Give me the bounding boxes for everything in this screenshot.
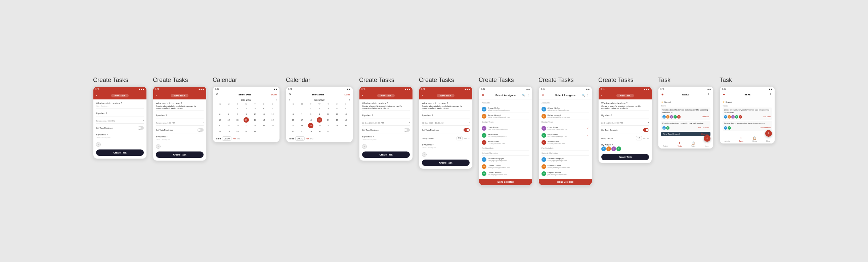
menu-icon-a2[interactable]: ⋮ [587,94,589,97]
assignee-floyd-a1[interactable]: F Floyd Miles fm.printing@example.com [482,132,529,139]
add-avatar-4[interactable]: + [422,152,427,157]
next-month-1[interactable]: › [276,99,277,101]
done-btn-a2[interactable]: Done Selected [539,179,592,185]
reminder-toggle-1[interactable] [138,126,144,130]
cal-done-1[interactable]: Done [271,93,277,96]
close-btn-a2[interactable]: ✕ [541,94,544,97]
cal-done-2[interactable]: Done [344,93,350,96]
task-input-1[interactable]: Start Typing... [96,105,144,109]
menu-t2[interactable]: ⋮ [769,93,772,96]
assignee-albert-a2[interactable]: A Albert Flores f38.alb@albalores.com [541,139,589,146]
due-row-5[interactable]: 22 Dec 2020 , 10:30 AM › [601,120,649,126]
new-task-btn-4[interactable]: New Task [437,94,455,97]
due-row-1[interactable]: Tommorow , 6:30 PM › [96,118,144,124]
reminder-toggle-2[interactable] [197,128,204,132]
time-value-1[interactable]: 06:30 [222,136,231,141]
assignee-dianne-a2[interactable]: D Dianne Russell McNay.dAnne@example.com [541,163,589,170]
add-avatar-1[interactable]: + [96,142,101,147]
create-btn-3[interactable]: Create Task [362,152,410,158]
see-more-2-t2[interactable]: See Feedback [760,127,771,129]
time-value-2[interactable]: 10:30 [295,136,305,141]
task-input-4[interactable]: Create a beautiful physical christmas ca… [422,105,470,111]
assignee-input-4[interactable]: Select Assignee [422,146,470,150]
back-btn-2[interactable]: ‹ [156,94,157,97]
assignee-savannah-a1[interactable]: S Savannah Nguyen savvynguy@example.com [482,156,529,163]
prev-month-1[interactable]: ‹ [216,99,216,101]
reminder-toggle-5[interactable] [643,128,649,132]
due-row-4[interactable]: 22 Dec 2020 , 10:30 AM › [422,120,470,126]
assignee-input-3[interactable]: Select Assignee [362,138,410,142]
see-more-1-t1[interactable]: See More [702,116,709,118]
time-pm-2[interactable]: PM [310,138,313,140]
create-btn-4[interactable]: Create Task [422,160,470,166]
assignee-cody-a2[interactable]: C Cody Fisher cody.fisher@example.com ✓ [541,125,589,132]
cal-close-2[interactable]: ✕ [289,93,291,96]
fab-t2[interactable]: + [765,130,772,137]
menu-icon-a1[interactable]: ⋮ [527,94,529,97]
notify-value-4[interactable]: 15 [457,136,463,140]
back-btn-4[interactable]: ‹ [422,94,423,97]
assignee-input-2[interactable]: Select Assignee [156,138,204,142]
due-row-3[interactable]: 22 Dec 2020 , 10:30 AM › [362,120,410,126]
gallery: Create Tasks 9:41 ▲▲▲ ‹ New Task What ne… [93,76,775,186]
time-pm-1[interactable]: PM [237,138,240,140]
back-btn-1[interactable]: ‹ [96,94,97,97]
assignee-input-1[interactable]: Select Assignee [96,136,144,140]
task-input-5[interactable]: Create a beautiful physical christmas ca… [601,105,649,111]
assignee-albert-a1[interactable]: A Albert Flores f38.alb@albalores.com [482,139,529,146]
icons-4: ▲▲▲ [464,88,470,90]
task-footer-1-t2: A E C F R See More [724,114,771,119]
cal-close-1[interactable]: ✕ [216,93,218,96]
time-am-2[interactable]: AM [306,138,309,140]
close-btn-a1[interactable]: ✕ [482,94,484,97]
tab-notes-t2[interactable]: 📋 Notes [752,136,757,142]
task-input-3[interactable]: Create a beautiful physical christmas ca… [362,105,410,111]
done-btn-a1[interactable]: Done Selected [479,179,532,185]
new-task-btn-5[interactable]: New Task [616,94,634,97]
assignee-esther-a1[interactable]: E Esther Howard esther.howard@example.co… [482,113,529,120]
see-more-2-t1[interactable]: See Feedback [699,127,709,129]
task-input-2[interactable]: Create a beautiful physical christmas ca… [156,105,204,111]
assignee-arlene-a2[interactable]: A Arlene McCoy arlene.mccoy@example.com [541,106,589,113]
next-month-2[interactable]: › [349,99,350,101]
tab-more-t2[interactable]: ⋮ More [766,136,770,142]
info-savannah-a1: Savannah Nguyen savvynguy@example.com [488,158,529,162]
search-icon-a2[interactable]: 🔍 [582,94,585,97]
tab-tasks-t2[interactable]: ✦ Tasks [739,136,743,142]
search-icon-a1[interactable]: 🔍 [522,94,525,97]
assignee-dianne-a1[interactable]: D Dianne Russell McNay.dAnne@example.com [482,163,529,170]
due-row-2[interactable]: Tommorow , 6:30 PM › [156,120,204,126]
assignee-esther-a2[interactable]: E Esther Howard esther.howard@example.co… [541,113,589,120]
back-btn-3[interactable]: ‹ [362,94,363,97]
assignee-floyd-a2[interactable]: F Floyd Miles fm.printing@example.com ✓ [541,132,589,139]
new-task-btn-3[interactable]: New Task [377,94,395,97]
reminder-toggle-4[interactable] [464,128,470,132]
tab-tasks-t1[interactable]: ✦ Tasks [678,141,682,147]
reminder-toggle-3[interactable] [404,128,410,132]
search-bar-a2[interactable]: 🔍 ⋮ [582,94,589,97]
assignee-cody-a1[interactable]: C Cody Fisher cody.fisher@example.com [482,125,529,132]
tab-activity-t2[interactable]: ☰ Activity [724,136,730,142]
assignee-arlene-a1[interactable]: A Arlene McCoy arlene.mccoy@example.com [482,106,529,113]
new-task-btn-2[interactable]: New Task [171,94,188,97]
create-btn-2[interactable]: Create Task [156,152,204,158]
create-btn-5[interactable]: Create Task [601,154,649,160]
tab-activity-t1[interactable]: ☰ Activity [663,141,669,147]
assignee-savannah-a2[interactable]: S Savannah Nguyen savvynguy@example.com [541,156,589,163]
back-btn-5[interactable]: ‹ [601,94,602,97]
assignee-ralph-a1[interactable]: R Ralph Edwards prev.ralph@example.com [482,170,529,177]
assignee-ralph-a2[interactable]: R Ralph Edwards prev.ralph@example.com [541,170,589,177]
notify-value-5[interactable]: 15 [636,136,642,140]
fab-t1[interactable]: + [704,135,710,142]
create-btn-1[interactable]: Create Task [96,150,144,156]
add-avatar-3[interactable]: + [362,144,367,149]
menu-t1[interactable]: ⋮ [707,93,710,96]
tab-notes-t1[interactable]: 📋 Notes [691,141,695,147]
tab-more-t1[interactable]: ⋮ More [705,141,708,147]
search-bar-a1[interactable]: 🔍 ⋮ [522,94,529,97]
prev-month-2[interactable]: ‹ [289,99,289,101]
see-more-1-t2[interactable]: See More [763,116,771,118]
add-avatar-2[interactable]: + [156,144,161,149]
time-am-1[interactable]: AM [233,138,236,140]
new-task-btn-1[interactable]: New Task [111,94,129,97]
